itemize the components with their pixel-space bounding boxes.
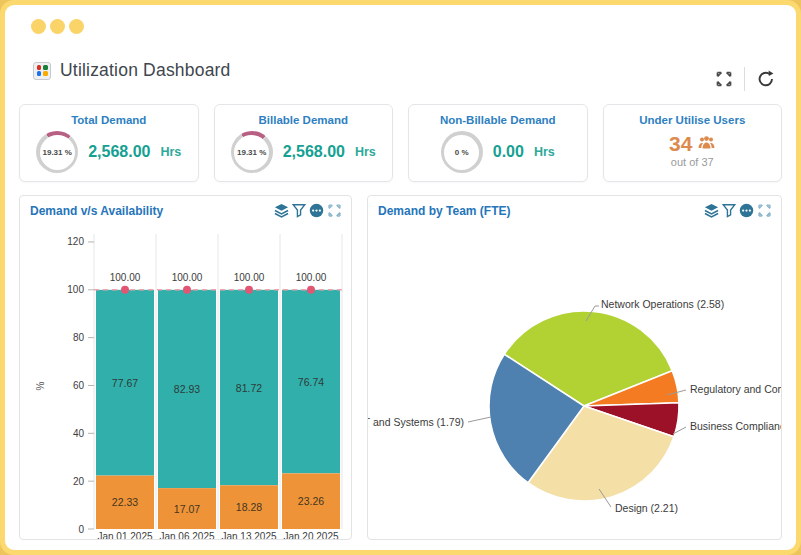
kpi-card-total-demand: Total Demand 19.31 % 2,568.00 Hrs: [19, 104, 199, 182]
users-group-icon: [698, 135, 715, 154]
svg-text:100.00: 100.00: [172, 272, 203, 283]
pie-chart[interactable]: Network Operations (2.58)Regulatory and …: [368, 224, 782, 540]
svg-text:60: 60: [73, 380, 85, 391]
filter-icon[interactable]: [722, 203, 736, 218]
svg-text:%: %: [35, 381, 46, 390]
svg-text:Network Operations (2.58): Network Operations (2.58): [601, 298, 724, 310]
gauge-label: 19.31 %: [237, 148, 266, 157]
gauge-label: 19.31 %: [43, 148, 72, 157]
users-count: 34: [669, 132, 692, 156]
panel-toolbar: [274, 203, 342, 218]
svg-text:Jan 20 2025: Jan 20 2025: [283, 531, 338, 540]
filter-icon[interactable]: [292, 203, 306, 218]
kpi-value: 2,568.00: [88, 143, 150, 161]
svg-text:IT and Systems (1.79): IT and Systems (1.79): [368, 416, 464, 428]
expand-panel-icon[interactable]: [327, 203, 342, 218]
app-window: Utilization Dashboard Tota: [0, 0, 801, 555]
svg-text:82.93: 82.93: [174, 383, 200, 395]
svg-text:Regulatory and Complia: Regulatory and Complia: [690, 383, 782, 395]
screen: Utilization Dashboard Tota: [0, 0, 801, 555]
kpi-value: 2,568.00: [283, 143, 345, 161]
refresh-icon[interactable]: [756, 69, 776, 89]
svg-text:77.67: 77.67: [112, 377, 138, 389]
kpi-unit: Hrs: [355, 145, 376, 159]
svg-text:40: 40: [73, 428, 85, 439]
kpi-card-under-utilise-users: Under Utilise Users 34 out: [603, 104, 783, 182]
dashboard-icon: [33, 62, 51, 80]
svg-text:Jan 01 2025: Jan 01 2025: [97, 531, 152, 540]
svg-text:80: 80: [73, 332, 85, 343]
svg-text:Business Compliance (0: Business Compliance (0: [690, 420, 782, 432]
svg-text:0: 0: [78, 524, 84, 535]
header-controls: [715, 67, 776, 91]
svg-text:100.00: 100.00: [234, 272, 265, 283]
svg-text:18.28: 18.28: [236, 501, 262, 513]
panel-toolbar: [704, 203, 772, 218]
panel-title: Demand v/s Availability: [30, 204, 163, 218]
donut-gauge: 19.31 %: [231, 131, 273, 173]
svg-text:100.00: 100.00: [110, 272, 141, 283]
page-title: Utilization Dashboard: [60, 60, 231, 81]
svg-text:17.07: 17.07: [174, 503, 200, 515]
window-dot-1[interactable]: [31, 19, 46, 34]
more-options-icon[interactable]: [309, 203, 324, 218]
stacked-bar-chart[interactable]: 020406080100120%77.6722.33Jan 01 202582.…: [20, 224, 351, 540]
svg-text:81.72: 81.72: [236, 382, 262, 394]
svg-text:120: 120: [67, 236, 84, 247]
svg-text:76.74: 76.74: [298, 376, 324, 388]
kpi-card-billable-demand: Billable Demand 19.31 % 2,568.00 Hrs: [214, 104, 394, 182]
window-traffic-lights: [31, 19, 84, 34]
dashboard-header: Utilization Dashboard: [33, 60, 231, 81]
fullscreen-icon[interactable]: [715, 70, 733, 88]
panel-title: Demand by Team (FTE): [378, 204, 510, 218]
svg-text:Jan 13 2025: Jan 13 2025: [221, 531, 276, 540]
expand-panel-icon[interactable]: [757, 203, 772, 218]
svg-text:23.26: 23.26: [298, 495, 324, 507]
window-dot-2[interactable]: [50, 19, 65, 34]
kpi-card-title: Under Utilise Users: [604, 114, 782, 126]
more-options-icon[interactable]: [739, 203, 754, 218]
donut-gauge: 19.31 %: [36, 131, 78, 173]
layers-icon[interactable]: [704, 203, 719, 218]
panel-demand-vs-availability: Demand v/s Availability: [19, 195, 352, 540]
kpi-card-title: Billable Demand: [215, 114, 393, 126]
kpi-card-title: Non-Billable Demand: [409, 114, 587, 126]
header-divider: [744, 67, 745, 91]
charts-row: Demand v/s Availability: [19, 195, 782, 540]
svg-text:20: 20: [73, 476, 85, 487]
window-dot-3[interactable]: [69, 19, 84, 34]
kpi-unit: Hrs: [534, 145, 555, 159]
svg-text:22.33: 22.33: [112, 496, 138, 508]
donut-gauge: 0 %: [441, 131, 483, 173]
kpi-unit: Hrs: [160, 145, 181, 159]
svg-text:Design (2.21): Design (2.21): [615, 502, 678, 514]
kpi-value: 0.00: [493, 143, 524, 161]
gauge-label: 0 %: [455, 148, 469, 157]
users-subtext: out of 37: [604, 156, 782, 168]
svg-text:Jan 06 2025: Jan 06 2025: [159, 531, 214, 540]
layers-icon[interactable]: [274, 203, 289, 218]
svg-text:100: 100: [67, 284, 84, 295]
kpi-card-title: Total Demand: [20, 114, 198, 126]
kpi-card-nonbillable-demand: Non-Billable Demand 0 % 0.00 Hrs: [408, 104, 588, 182]
panel-demand-by-team: Demand by Team (FTE): [367, 195, 782, 540]
svg-text:100.00: 100.00: [296, 272, 327, 283]
kpi-cards-row: Total Demand 19.31 % 2,568.00 Hrs Billab…: [19, 104, 782, 182]
